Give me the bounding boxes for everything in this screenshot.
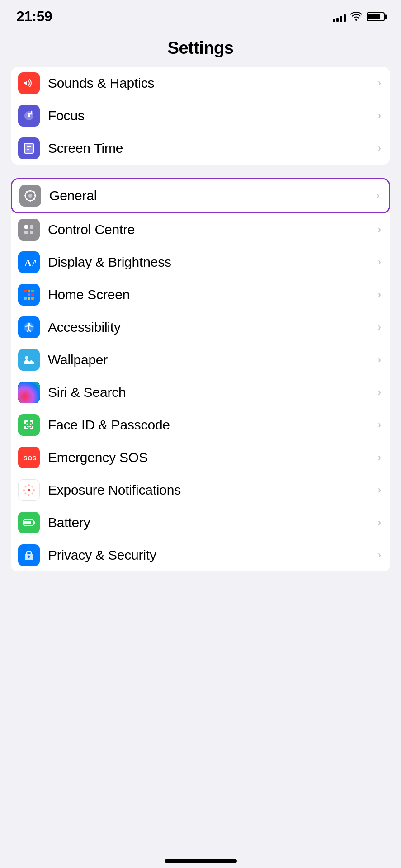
svg-rect-26 [31, 293, 34, 296]
section-sounds-focus-screentime: Sounds & Haptics › Focus › Screen Time › [11, 67, 390, 165]
siri-search-chevron: › [378, 387, 381, 398]
face-id-passcode-label: Face ID & Passcode [48, 417, 374, 433]
svg-rect-5 [27, 149, 29, 150]
battery-status-icon [367, 12, 385, 21]
svg-point-46 [28, 494, 30, 496]
emergency-sos-label: Emergency SOS [48, 450, 374, 465]
general-icon [19, 185, 41, 207]
settings-item-emergency-sos[interactable]: SOS Emergency SOS › [11, 441, 390, 474]
settings-item-battery[interactable]: Battery › [11, 506, 390, 539]
accessibility-chevron: › [378, 321, 381, 333]
display-brightness-chevron: › [378, 256, 381, 268]
display-brightness-icon: AA [18, 251, 40, 273]
section-main-settings: Control Centre › AA Display & Brightness… [11, 213, 390, 571]
svg-rect-27 [24, 297, 27, 300]
svg-point-38 [30, 424, 32, 425]
display-brightness-label: Display & Brightness [48, 255, 374, 270]
battery-chevron: › [378, 517, 381, 528]
svg-rect-23 [31, 290, 34, 292]
svg-point-1 [28, 114, 30, 117]
settings-item-face-id-passcode[interactable]: Face ID & Passcode › [11, 409, 390, 441]
svg-point-13 [33, 191, 35, 193]
privacy-security-icon [18, 544, 40, 566]
svg-point-14 [26, 198, 28, 200]
settings-item-screen-time[interactable]: Screen Time › [11, 132, 390, 165]
privacy-security-chevron: › [378, 549, 381, 561]
svg-point-49 [25, 486, 27, 488]
control-centre-icon [18, 219, 40, 241]
home-screen-chevron: › [378, 289, 381, 301]
svg-rect-40 [32, 420, 33, 424]
settings-item-home-screen[interactable]: Home Screen › [11, 278, 390, 311]
settings-item-general[interactable]: General › [12, 179, 389, 212]
svg-rect-54 [24, 521, 31, 524]
focus-label: Focus [48, 108, 374, 123]
svg-rect-29 [31, 297, 34, 300]
focus-icon [18, 105, 40, 127]
status-icons [333, 12, 385, 22]
sounds-haptics-chevron: › [378, 77, 381, 89]
svg-rect-19 [30, 231, 33, 234]
signal-icon [333, 12, 346, 22]
svg-rect-58 [28, 557, 29, 558]
svg-point-8 [29, 190, 31, 192]
settings-item-wallpaper[interactable]: Wallpaper › [11, 344, 390, 376]
control-centre-label: Control Centre [48, 222, 374, 237]
svg-point-45 [28, 484, 30, 486]
sounds-haptics-icon [18, 72, 40, 94]
settings-item-privacy-security[interactable]: Privacy & Security › [11, 539, 390, 571]
home-screen-icon [18, 284, 40, 306]
svg-point-10 [24, 195, 26, 197]
svg-point-9 [29, 200, 31, 202]
battery-setting-icon [18, 512, 40, 533]
svg-point-48 [33, 489, 35, 491]
home-screen-label: Home Screen [48, 287, 374, 302]
svg-point-7 [28, 194, 32, 198]
svg-point-0 [355, 19, 357, 21]
svg-rect-4 [27, 146, 31, 147]
settings-item-accessibility[interactable]: Accessibility › [11, 311, 390, 344]
settings-item-siri-search[interactable]: Siri & Search › [11, 376, 390, 409]
screen-time-label: Screen Time [48, 141, 374, 156]
control-centre-chevron: › [378, 224, 381, 236]
accessibility-icon [18, 316, 40, 338]
wallpaper-chevron: › [378, 354, 381, 366]
svg-rect-22 [28, 290, 30, 292]
settings-item-focus[interactable]: Focus › [11, 99, 390, 132]
face-id-passcode-chevron: › [378, 419, 381, 431]
general-chevron: › [377, 190, 380, 202]
page-title: Settings [0, 38, 401, 58]
svg-rect-41 [24, 426, 26, 429]
screen-time-chevron: › [378, 142, 381, 154]
privacy-security-label: Privacy & Security [48, 547, 374, 563]
settings-item-general-wrapper: General › [11, 178, 390, 213]
svg-rect-16 [24, 225, 28, 229]
siri-search-label: Siri & Search [48, 385, 374, 400]
settings-item-exposure-notifications[interactable]: Exposure Notifications › [11, 474, 390, 506]
svg-rect-2 [24, 143, 33, 153]
wallpaper-label: Wallpaper [48, 352, 374, 368]
status-time: 21:59 [16, 8, 52, 25]
accessibility-label: Accessibility [48, 320, 374, 335]
settings-item-control-centre[interactable]: Control Centre › [11, 213, 390, 246]
svg-rect-42 [32, 426, 33, 429]
exposure-notifications-chevron: › [378, 484, 381, 496]
svg-rect-17 [30, 225, 33, 229]
emergency-sos-icon: SOS [18, 447, 40, 468]
settings-item-sounds-haptics[interactable]: Sounds & Haptics › [11, 67, 390, 99]
svg-point-15 [33, 198, 35, 200]
home-indicator [165, 859, 237, 863]
svg-rect-24 [24, 293, 27, 296]
settings-item-display-brightness[interactable]: AA Display & Brightness › [11, 246, 390, 278]
svg-rect-39 [24, 420, 26, 424]
svg-rect-55 [33, 521, 35, 524]
svg-point-11 [34, 195, 36, 197]
svg-point-50 [32, 486, 33, 488]
svg-rect-21 [24, 290, 27, 292]
svg-point-44 [28, 489, 30, 491]
svg-point-32 [25, 356, 28, 359]
svg-point-47 [23, 489, 25, 491]
battery-label: Battery [48, 515, 374, 530]
screen-time-icon [18, 137, 40, 159]
status-bar: 21:59 [0, 0, 401, 29]
